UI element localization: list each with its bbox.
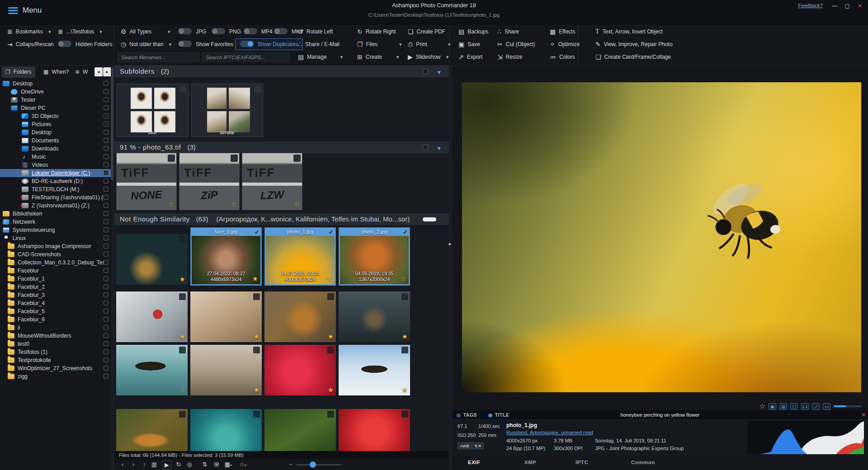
favorite-star-icon[interactable]: ★ <box>328 386 334 394</box>
tile-checkbox[interactable] <box>179 236 186 243</box>
folder-checkbox[interactable] <box>104 89 108 94</box>
share-email-button[interactable]: ∴Share / E-Mail <box>298 39 340 50</box>
folder-tree-item[interactable]: Faceblur_1 <box>0 275 114 283</box>
tile-checkbox[interactable] <box>253 411 260 418</box>
geo-location-link[interactable]: Russland, Агрогородок, unnamed road <box>506 430 593 435</box>
folder-tree-item[interactable]: Textprotokolle <box>0 356 114 364</box>
create-pdf-button[interactable]: ❏Create PDF <box>408 26 445 37</box>
folder-checkbox[interactable] <box>104 187 108 192</box>
nav-up-button[interactable]: ↑ <box>140 460 149 469</box>
folder-checkbox[interactable] <box>104 309 108 314</box>
tab-scroll-right-button[interactable]: ▸ <box>103 67 111 76</box>
folder-checkbox[interactable] <box>104 292 108 297</box>
folder-checkbox[interactable] <box>104 122 108 127</box>
folder-tree-item[interactable]: Faceblur_4 <box>0 299 114 307</box>
folder-checkbox[interactable] <box>104 252 108 257</box>
folder-checkbox[interactable] <box>104 179 108 183</box>
favorite-star-icon[interactable]: ☆ <box>760 402 765 410</box>
folder-checkbox[interactable] <box>104 301 108 306</box>
tab-when[interactable]: ▦When? <box>40 66 72 78</box>
fullscreen-icon[interactable]: ⤢ <box>812 403 820 410</box>
photo-thumbnail[interactable] <box>264 409 336 451</box>
photo-thumbnail[interactable]: photo_1.jpg✓ 14.07.2019, 09:214000x2670x… <box>264 227 336 286</box>
photo-thumbnail[interactable]: ★ <box>116 234 188 285</box>
tile-checkbox[interactable] <box>231 155 238 162</box>
create-dropdown[interactable]: ⊞Create▼ <box>357 52 400 62</box>
effects-button[interactable]: ▦Effects <box>550 26 576 37</box>
folder-tree-item[interactable]: Tester <box>0 96 114 104</box>
tab-folders[interactable]: ❒Folders <box>2 66 35 78</box>
search-filenames-input[interactable] <box>118 52 200 62</box>
folder-checkbox[interactable] <box>104 146 108 151</box>
folder-tree-item[interactable]: Desktop <box>0 128 114 136</box>
folder-history-dropdown[interactable]: ≣...\Testfotos▼ <box>58 26 103 37</box>
tile-checkbox[interactable] <box>179 347 186 353</box>
folder-tree-item[interactable]: test0 <box>0 340 114 348</box>
grid-view-button[interactable]: ⊞ <box>212 460 221 469</box>
thumbnail-size-slider[interactable] <box>297 464 342 465</box>
grid-size-dropdown[interactable]: ▦▾ <box>224 460 233 469</box>
hidden-folders-toggle[interactable]: Hidden Folders <box>58 39 112 50</box>
folder-checkbox[interactable] <box>104 349 108 354</box>
compare-icon[interactable]: ▣ <box>769 403 776 410</box>
folder-checkbox[interactable] <box>104 366 108 371</box>
sort-button[interactable]: ⇅ <box>200 460 209 469</box>
tab-scroll-left-button[interactable]: ◂ <box>94 67 103 76</box>
favorite-star-icon[interactable]: ★ <box>254 386 259 394</box>
backups-button[interactable]: ▤Backups <box>458 26 488 37</box>
folder-tree-item[interactable]: Testfotos (1) <box>0 348 114 356</box>
photo-thumbnail[interactable]: ★ <box>264 291 336 342</box>
panel-splitter[interactable]: ▸ <box>449 66 452 470</box>
section-header-duplicate-group[interactable]: 91 % - photo_63.tif(3) ▾ <box>114 141 449 153</box>
favorite-star-icon[interactable]: ★ <box>328 333 334 341</box>
jpg-filter-toggle[interactable]: JPG <box>178 26 206 37</box>
section-checkbox[interactable] <box>423 69 428 74</box>
folder-tree-item[interactable]: Systemsteuerung <box>0 226 114 234</box>
favorite-star-icon[interactable]: ☆ <box>401 275 406 283</box>
metadata-tab[interactable]: IPTC <box>576 456 588 470</box>
folder-tree-item[interactable]: TESTERLOCH (M:) <box>0 185 114 193</box>
text-arrow-insert-button[interactable]: TText, Arrow, Insert Object <box>595 26 663 37</box>
tile-checkbox[interactable] <box>179 293 186 300</box>
folder-tree-item[interactable]: Ashampoo Image Compressor <box>0 242 114 250</box>
photo-thumbnail[interactable] <box>116 409 188 451</box>
save-button[interactable]: ▣Save <box>458 39 480 50</box>
tile-checkbox[interactable] <box>293 155 301 162</box>
bookmarks-dropdown[interactable]: ≣Bookmarks▼ <box>7 26 52 37</box>
subfolder-tile-blur[interactable]: blur <box>117 84 189 137</box>
close-caption-icon[interactable]: ✕ <box>860 411 867 418</box>
tile-checkbox[interactable] <box>327 293 334 300</box>
folder-tree-item[interactable]: Faceblur <box>0 267 114 275</box>
nav-next-button[interactable]: › <box>129 460 138 469</box>
manage-dropdown[interactable]: ▤Manage▼ <box>298 52 344 62</box>
folder-tree-item[interactable]: MouseWithoutBorders <box>0 332 114 340</box>
subfolder-tile-similar[interactable]: similar <box>191 84 263 137</box>
nav-previous-button[interactable]: ‹ <box>118 460 127 469</box>
export-button[interactable]: ⇗Export <box>458 52 482 62</box>
photo-thumbnail[interactable] <box>190 409 262 451</box>
all-types-dropdown[interactable]: ⚙All Types▼ <box>121 26 171 37</box>
colors-button[interactable]: ≔Colors <box>550 52 575 62</box>
close-button[interactable]: ✕ <box>854 2 865 10</box>
section-checkbox[interactable] <box>423 145 428 150</box>
folder-checkbox[interactable] <box>104 260 108 265</box>
search-iptc-exif-gps-input[interactable] <box>202 52 289 62</box>
favorite-star-icon[interactable]: ★ <box>402 386 408 394</box>
fit-width-icon[interactable]: ▤ <box>779 403 787 410</box>
tile-checkbox[interactable] <box>401 347 408 353</box>
tiff-thumbnail[interactable]: TiFF ZiP ☆ <box>179 153 240 210</box>
tile-checkbox[interactable] <box>253 347 260 353</box>
folder-checkbox[interactable] <box>104 219 108 224</box>
folder-checkbox[interactable] <box>104 138 108 143</box>
png-filter-toggle[interactable]: PNG <box>212 26 241 37</box>
photo-thumbnail[interactable]: ★ <box>264 345 336 395</box>
folder-tree-item[interactable]: Pictures <box>0 120 114 128</box>
sidebar-scrollbar[interactable] <box>111 66 113 470</box>
folder-checkbox[interactable] <box>104 130 108 135</box>
collapse-chevron-icon[interactable]: ▾ <box>437 142 441 154</box>
favorite-star-icon[interactable]: ★ <box>179 333 185 341</box>
favorite-star-icon[interactable]: ☆ <box>231 200 237 208</box>
folder-checkbox[interactable] <box>104 113 108 118</box>
thumbnail-size-slider-knob[interactable] <box>310 461 316 468</box>
tile-checkbox[interactable] <box>253 293 260 300</box>
